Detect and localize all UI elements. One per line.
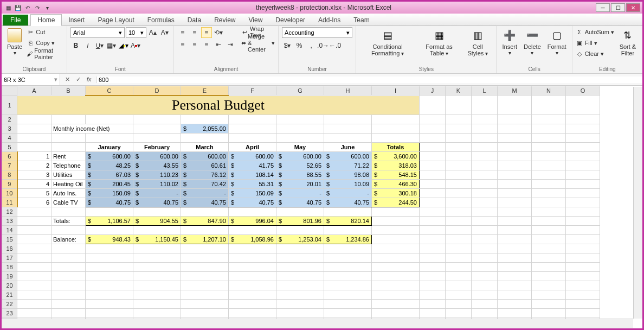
cell[interactable]: $600.00 — [133, 152, 181, 161]
col-header-I[interactable]: I — [372, 86, 420, 96]
cell[interactable] — [17, 143, 51, 152]
cell[interactable] — [446, 244, 472, 253]
cell[interactable] — [566, 253, 600, 263]
tab-team[interactable]: Team — [347, 15, 376, 26]
increase-font-icon[interactable]: A▴ — [147, 27, 158, 38]
decrease-font-icon[interactable]: A▾ — [159, 27, 170, 38]
cell[interactable] — [229, 134, 276, 143]
col-header-C[interactable]: C — [86, 86, 133, 96]
cell[interactable] — [532, 253, 566, 263]
cell[interactable] — [17, 124, 51, 134]
decrease-indent-icon[interactable]: ⇤ — [213, 39, 224, 50]
cell[interactable] — [86, 290, 133, 300]
cell[interactable] — [133, 300, 181, 309]
cell[interactable] — [532, 235, 566, 244]
border-button[interactable]: ▦▾ — [106, 40, 117, 51]
cell[interactable]: Utilities — [51, 170, 86, 180]
cell[interactable] — [372, 115, 420, 124]
cell[interactable]: $40.75 — [324, 198, 372, 207]
cell[interactable] — [532, 217, 566, 226]
font-size-combo[interactable]: 10▾ — [126, 27, 146, 38]
cell[interactable] — [372, 309, 420, 318]
cell[interactable] — [181, 272, 229, 281]
cell[interactable] — [446, 217, 472, 226]
cell[interactable] — [324, 124, 372, 134]
cell[interactable] — [133, 115, 181, 124]
tab-home[interactable]: Home — [30, 14, 62, 26]
cell[interactable] — [446, 272, 472, 281]
cell[interactable]: $466.30 — [372, 180, 420, 189]
align-top-icon[interactable]: ≡ — [177, 27, 188, 38]
cell[interactable] — [472, 244, 498, 253]
cell[interactable] — [324, 290, 372, 300]
cell[interactable] — [181, 134, 229, 143]
cell[interactable] — [51, 272, 86, 281]
cancel-formula-icon[interactable]: ✕ — [62, 76, 72, 83]
cell[interactable] — [17, 115, 51, 124]
cell[interactable] — [498, 290, 532, 300]
cell[interactable] — [472, 263, 498, 272]
cell[interactable] — [86, 207, 133, 217]
cell[interactable]: January — [86, 143, 133, 152]
cell[interactable] — [566, 244, 600, 253]
cell[interactable] — [86, 226, 133, 235]
cell[interactable] — [420, 226, 446, 235]
cell[interactable] — [566, 235, 600, 244]
cell[interactable] — [472, 207, 498, 217]
cell[interactable] — [17, 281, 51, 290]
cell[interactable] — [498, 170, 532, 180]
cell[interactable] — [276, 272, 324, 281]
cell[interactable] — [229, 290, 276, 300]
cell[interactable] — [181, 290, 229, 300]
cell[interactable] — [472, 189, 498, 198]
cell[interactable] — [498, 226, 532, 235]
cell[interactable] — [420, 207, 446, 217]
copy-button[interactable]: ⎘Copy ▾ — [27, 38, 63, 48]
cell[interactable] — [17, 263, 51, 272]
col-header-J[interactable]: J — [420, 86, 446, 96]
cell[interactable] — [51, 143, 86, 152]
col-header-E[interactable]: E — [181, 86, 229, 96]
row-header-8[interactable]: 8 — [2, 170, 17, 180]
cell[interactable] — [17, 207, 51, 217]
autosum-button[interactable]: ΣAutoSum ▾ — [576, 27, 614, 37]
cell[interactable] — [532, 189, 566, 198]
clear-button[interactable]: ◇Clear ▾ — [576, 49, 614, 59]
cell[interactable]: $- — [324, 189, 372, 198]
cell[interactable] — [324, 226, 372, 235]
cell[interactable] — [181, 226, 229, 235]
tab-page-layout[interactable]: Page Layout — [91, 15, 140, 26]
cell[interactable] — [51, 309, 86, 318]
format-painter-button[interactable]: 🖌Format Painter — [27, 49, 63, 59]
row-header-2[interactable]: 2 — [2, 115, 17, 124]
cell[interactable] — [472, 180, 498, 189]
cell[interactable]: $43.55 — [133, 161, 181, 170]
cell[interactable] — [566, 134, 600, 143]
save-icon[interactable]: 💾 — [14, 3, 22, 12]
cell[interactable] — [17, 290, 51, 300]
cell[interactable] — [133, 244, 181, 253]
cell[interactable] — [472, 134, 498, 143]
col-header-F[interactable]: F — [229, 86, 276, 96]
row-header-15[interactable]: 15 — [2, 235, 17, 244]
merge-center-button[interactable]: ⬌Merge & Center ▾ — [241, 38, 275, 48]
cell[interactable] — [420, 263, 446, 272]
cell[interactable] — [498, 309, 532, 318]
col-header-H[interactable]: H — [324, 86, 372, 96]
cell[interactable] — [372, 235, 420, 244]
row-header-13[interactable]: 13 — [2, 217, 17, 226]
cell[interactable]: 5 — [17, 189, 51, 198]
col-header-D[interactable]: D — [133, 86, 181, 96]
cell[interactable] — [276, 134, 324, 143]
cell[interactable] — [498, 253, 532, 263]
cell[interactable]: Heating Oil — [51, 180, 86, 189]
cell[interactable] — [324, 253, 372, 263]
cell[interactable] — [372, 207, 420, 217]
cell[interactable] — [372, 226, 420, 235]
cell[interactable] — [446, 180, 472, 189]
cell[interactable] — [420, 290, 446, 300]
cell[interactable] — [229, 253, 276, 263]
cell[interactable] — [133, 272, 181, 281]
cell[interactable]: $801.96 — [276, 217, 324, 226]
cell[interactable]: $76.12 — [181, 170, 229, 180]
